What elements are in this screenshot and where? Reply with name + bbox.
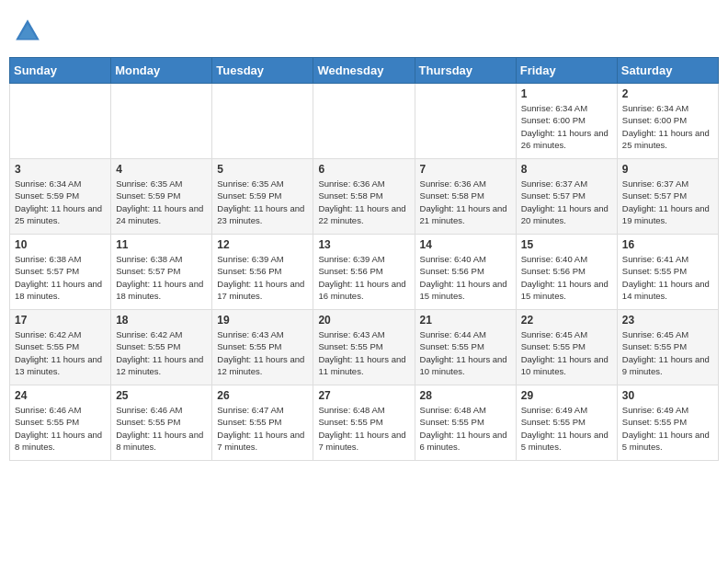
- calendar-cell: 22Sunrise: 6:45 AM Sunset: 5:55 PM Dayli…: [516, 310, 617, 385]
- day-info: Sunrise: 6:34 AM Sunset: 6:00 PM Dayligh…: [622, 102, 713, 151]
- day-number: 7: [420, 163, 511, 176]
- calendar-cell: 27Sunrise: 6:48 AM Sunset: 5:55 PM Dayli…: [313, 385, 415, 461]
- day-number: 14: [420, 238, 511, 251]
- calendar-cell: [10, 84, 111, 159]
- calendar-week-row: 17Sunrise: 6:42 AM Sunset: 5:55 PM Dayli…: [10, 310, 719, 385]
- calendar-cell: 21Sunrise: 6:44 AM Sunset: 5:55 PM Dayli…: [415, 310, 516, 385]
- day-number: 17: [15, 314, 106, 327]
- calendar-cell: 13Sunrise: 6:39 AM Sunset: 5:56 PM Dayli…: [313, 235, 415, 310]
- calendar-cell: 2Sunrise: 6:34 AM Sunset: 6:00 PM Daylig…: [617, 84, 718, 159]
- calendar-table: SundayMondayTuesdayWednesdayThursdayFrid…: [9, 57, 719, 461]
- calendar-cell: 19Sunrise: 6:43 AM Sunset: 5:55 PM Dayli…: [212, 310, 313, 385]
- day-info: Sunrise: 6:49 AM Sunset: 5:55 PM Dayligh…: [622, 404, 713, 453]
- day-number: 26: [217, 389, 308, 402]
- day-number: 19: [217, 314, 308, 327]
- day-info: Sunrise: 6:35 AM Sunset: 5:59 PM Dayligh…: [217, 178, 308, 226]
- weekday-header: Sunday: [10, 58, 111, 84]
- calendar-cell: 24Sunrise: 6:46 AM Sunset: 5:55 PM Dayli…: [10, 385, 111, 461]
- calendar-cell: [111, 84, 212, 159]
- logo: [13, 17, 46, 46]
- day-info: Sunrise: 6:38 AM Sunset: 5:57 PM Dayligh…: [116, 253, 207, 302]
- day-number: 16: [622, 238, 713, 251]
- weekday-header: Friday: [516, 58, 617, 84]
- weekday-header: Wednesday: [313, 58, 415, 84]
- calendar-cell: [313, 84, 415, 159]
- day-info: Sunrise: 6:35 AM Sunset: 5:59 PM Dayligh…: [116, 178, 207, 226]
- day-number: 29: [521, 389, 612, 402]
- calendar-cell: 11Sunrise: 6:38 AM Sunset: 5:57 PM Dayli…: [111, 235, 212, 310]
- day-info: Sunrise: 6:39 AM Sunset: 5:56 PM Dayligh…: [217, 253, 308, 302]
- calendar-cell: 3Sunrise: 6:34 AM Sunset: 5:59 PM Daylig…: [10, 159, 111, 235]
- day-number: 30: [622, 389, 713, 402]
- calendar-cell: 18Sunrise: 6:42 AM Sunset: 5:55 PM Dayli…: [111, 310, 212, 385]
- day-info: Sunrise: 6:37 AM Sunset: 5:57 PM Dayligh…: [521, 178, 612, 226]
- day-number: 13: [318, 238, 409, 251]
- day-info: Sunrise: 6:46 AM Sunset: 5:55 PM Dayligh…: [116, 404, 207, 453]
- weekday-header: Thursday: [415, 58, 516, 84]
- weekday-header: Tuesday: [212, 58, 313, 84]
- calendar-cell: 16Sunrise: 6:41 AM Sunset: 5:55 PM Dayli…: [617, 235, 718, 310]
- calendar-cell: 17Sunrise: 6:42 AM Sunset: 5:55 PM Dayli…: [10, 310, 111, 385]
- calendar-cell: [212, 84, 313, 159]
- day-number: 28: [420, 389, 511, 402]
- day-number: 11: [116, 238, 207, 251]
- day-info: Sunrise: 6:40 AM Sunset: 5:56 PM Dayligh…: [521, 253, 612, 302]
- calendar-cell: 4Sunrise: 6:35 AM Sunset: 5:59 PM Daylig…: [111, 159, 212, 235]
- day-info: Sunrise: 6:48 AM Sunset: 5:55 PM Dayligh…: [420, 404, 511, 453]
- day-info: Sunrise: 6:36 AM Sunset: 5:58 PM Dayligh…: [318, 178, 409, 226]
- day-info: Sunrise: 6:49 AM Sunset: 5:55 PM Dayligh…: [521, 404, 612, 453]
- day-info: Sunrise: 6:39 AM Sunset: 5:56 PM Dayligh…: [318, 253, 409, 302]
- calendar-week-row: 3Sunrise: 6:34 AM Sunset: 5:59 PM Daylig…: [10, 159, 719, 235]
- day-number: 25: [116, 389, 207, 402]
- day-number: 8: [521, 163, 612, 176]
- day-number: 20: [318, 314, 409, 327]
- day-info: Sunrise: 6:34 AM Sunset: 6:00 PM Dayligh…: [521, 102, 612, 151]
- day-info: Sunrise: 6:46 AM Sunset: 5:55 PM Dayligh…: [15, 404, 106, 453]
- calendar-cell: 23Sunrise: 6:45 AM Sunset: 5:55 PM Dayli…: [617, 310, 718, 385]
- calendar-cell: 5Sunrise: 6:35 AM Sunset: 5:59 PM Daylig…: [212, 159, 313, 235]
- day-info: Sunrise: 6:36 AM Sunset: 5:58 PM Dayligh…: [420, 178, 511, 226]
- day-number: 4: [116, 163, 207, 176]
- day-number: 9: [622, 163, 713, 176]
- day-info: Sunrise: 6:42 AM Sunset: 5:55 PM Dayligh…: [116, 328, 207, 377]
- day-info: Sunrise: 6:44 AM Sunset: 5:55 PM Dayligh…: [420, 328, 511, 377]
- calendar-cell: 9Sunrise: 6:37 AM Sunset: 5:57 PM Daylig…: [617, 159, 718, 235]
- calendar-cell: 20Sunrise: 6:43 AM Sunset: 5:55 PM Dayli…: [313, 310, 415, 385]
- day-number: 1: [521, 87, 612, 100]
- day-number: 24: [15, 389, 106, 402]
- day-number: 6: [318, 163, 409, 176]
- page-header: [9, 9, 719, 53]
- calendar-cell: 29Sunrise: 6:49 AM Sunset: 5:55 PM Dayli…: [516, 385, 617, 461]
- day-info: Sunrise: 6:37 AM Sunset: 5:57 PM Dayligh…: [622, 178, 713, 226]
- day-number: 21: [420, 314, 511, 327]
- day-info: Sunrise: 6:34 AM Sunset: 5:59 PM Dayligh…: [15, 178, 106, 226]
- day-number: 23: [622, 314, 713, 327]
- calendar-header-row: SundayMondayTuesdayWednesdayThursdayFrid…: [10, 58, 719, 84]
- day-info: Sunrise: 6:48 AM Sunset: 5:55 PM Dayligh…: [318, 404, 409, 453]
- logo-icon: [13, 17, 42, 46]
- day-info: Sunrise: 6:45 AM Sunset: 5:55 PM Dayligh…: [622, 328, 713, 377]
- calendar-cell: 8Sunrise: 6:37 AM Sunset: 5:57 PM Daylig…: [516, 159, 617, 235]
- day-number: 2: [622, 87, 713, 100]
- calendar-cell: 6Sunrise: 6:36 AM Sunset: 5:58 PM Daylig…: [313, 159, 415, 235]
- day-number: 27: [318, 389, 409, 402]
- calendar-cell: 15Sunrise: 6:40 AM Sunset: 5:56 PM Dayli…: [516, 235, 617, 310]
- day-info: Sunrise: 6:45 AM Sunset: 5:55 PM Dayligh…: [521, 328, 612, 377]
- calendar-week-row: 24Sunrise: 6:46 AM Sunset: 5:55 PM Dayli…: [10, 385, 719, 461]
- calendar-cell: 30Sunrise: 6:49 AM Sunset: 5:55 PM Dayli…: [617, 385, 718, 461]
- calendar-cell: 25Sunrise: 6:46 AM Sunset: 5:55 PM Dayli…: [111, 385, 212, 461]
- day-info: Sunrise: 6:41 AM Sunset: 5:55 PM Dayligh…: [622, 253, 713, 302]
- calendar-cell: 1Sunrise: 6:34 AM Sunset: 6:00 PM Daylig…: [516, 84, 617, 159]
- day-number: 22: [521, 314, 612, 327]
- calendar-cell: 7Sunrise: 6:36 AM Sunset: 5:58 PM Daylig…: [415, 159, 516, 235]
- day-info: Sunrise: 6:47 AM Sunset: 5:55 PM Dayligh…: [217, 404, 308, 453]
- day-info: Sunrise: 6:43 AM Sunset: 5:55 PM Dayligh…: [217, 328, 308, 377]
- day-info: Sunrise: 6:42 AM Sunset: 5:55 PM Dayligh…: [15, 328, 106, 377]
- day-info: Sunrise: 6:38 AM Sunset: 5:57 PM Dayligh…: [15, 253, 106, 302]
- day-number: 18: [116, 314, 207, 327]
- weekday-header: Monday: [111, 58, 212, 84]
- day-number: 10: [15, 238, 106, 251]
- calendar-cell: [415, 84, 516, 159]
- day-info: Sunrise: 6:43 AM Sunset: 5:55 PM Dayligh…: [318, 328, 409, 377]
- calendar-cell: 28Sunrise: 6:48 AM Sunset: 5:55 PM Dayli…: [415, 385, 516, 461]
